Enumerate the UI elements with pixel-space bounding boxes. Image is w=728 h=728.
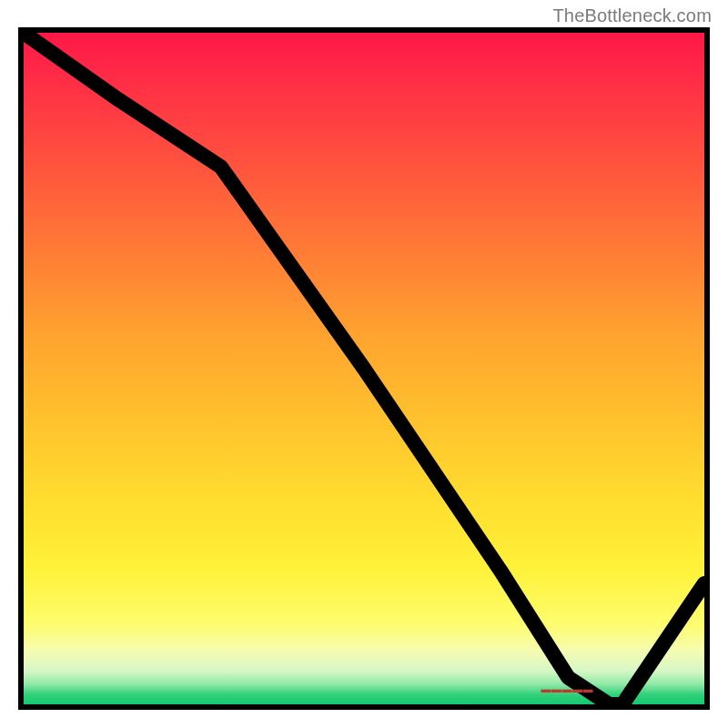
chart-plot-area [24,33,704,704]
watermark-attribution: TheBottleneck.com [552,5,712,26]
chart-frame: ▬▬▬▬▬ [18,27,710,710]
minimum-region-marker: ▬▬▬▬▬ [541,683,593,694]
series-bottleneck-curve [24,33,704,704]
